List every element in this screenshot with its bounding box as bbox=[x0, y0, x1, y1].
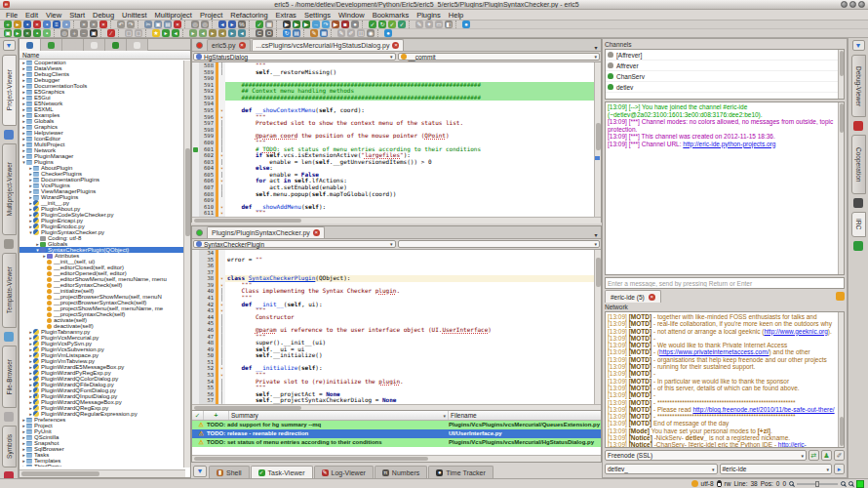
sidebar-tab-symbols[interactable]: Symbols bbox=[2, 426, 17, 468]
code-line[interactable]: 597 Protected slot to show the context m… bbox=[192, 120, 601, 127]
save-copy-icon[interactable]: ▪ bbox=[62, 20, 70, 28]
compare-files-icon[interactable]: ◫ bbox=[357, 29, 365, 37]
sidebar-tab-template-viewer[interactable]: Template-Viewer bbox=[2, 253, 17, 328]
fold-collapse-icon[interactable]: ▾ bbox=[218, 372, 225, 379]
channel-tab[interactable]: #eric-ide (5) × bbox=[605, 290, 661, 303]
emoticon-icon[interactable] bbox=[836, 292, 845, 301]
fold-collapse-icon[interactable]: ▾ bbox=[218, 152, 225, 159]
new-icon[interactable]: + bbox=[4, 20, 12, 28]
filename-column-header[interactable]: Filename bbox=[449, 411, 601, 420]
snapshot2-icon[interactable]: ◉ bbox=[367, 29, 375, 37]
away-button[interactable]: ♟ bbox=[821, 450, 832, 461]
compare-icon[interactable]: ◧ bbox=[445, 20, 453, 28]
editor-tab[interactable]: ...csPlugins/vcsMercurial/HgStatusDialog… bbox=[252, 39, 405, 51]
refresh-icon[interactable]: ↻ bbox=[283, 29, 291, 37]
interfaces-tab[interactable] bbox=[105, 39, 127, 51]
menu-start[interactable]: Start bbox=[65, 11, 89, 20]
menu-help[interactable]: Help bbox=[445, 11, 467, 20]
hyperlink[interactable]: http://www.geeknic.org bbox=[764, 328, 827, 335]
menu-bookmarks[interactable]: Bookmarks bbox=[369, 11, 414, 20]
virtualenv-icon[interactable]: ● bbox=[384, 29, 392, 37]
vertical-scrollbar[interactable] bbox=[183, 61, 190, 468]
vertical-scrollbar[interactable] bbox=[594, 250, 601, 404]
join-channel-button[interactable]: ▸ bbox=[834, 464, 845, 474]
menu-settings[interactable]: Settings bbox=[300, 11, 335, 20]
maximize-button[interactable] bbox=[849, 1, 856, 8]
bookmark-next-icon[interactable]: ▸ bbox=[162, 29, 170, 37]
connect-button[interactable]: ⇄ bbox=[809, 450, 819, 461]
sidebar-tab-cooperation[interactable]: Cooperation bbox=[851, 135, 866, 193]
menu-unittest[interactable]: Unittest bbox=[118, 11, 150, 20]
code-area[interactable]: 3435error = ""363738▾class SyntaxChecker… bbox=[192, 250, 601, 404]
task-row[interactable]: ⚠TODO: add support for hg summary --mqPl… bbox=[192, 421, 601, 429]
code-line[interactable]: 611▾ """ bbox=[192, 210, 601, 217]
open-project-icon[interactable]: ▸ bbox=[14, 29, 21, 37]
tree-item[interactable]: ▸ThirdParty bbox=[20, 464, 190, 467]
scrollbar-thumb[interactable] bbox=[596, 258, 601, 287]
irc-icon[interactable]: ● bbox=[462, 20, 470, 28]
task-toggle-icon[interactable]: ✓ bbox=[256, 20, 263, 28]
edit-network-button[interactable]: ✐ bbox=[834, 450, 845, 461]
unittest-icon[interactable]: ✓ bbox=[369, 20, 376, 28]
calltip-icon[interactable]: C bbox=[256, 29, 263, 37]
save-project-icon[interactable]: ▪ bbox=[33, 29, 41, 37]
code-line[interactable]: 608 self.menu.popup(self.mapToGlobal(coo… bbox=[192, 191, 601, 198]
menu-refactoring[interactable]: Refactoring bbox=[226, 11, 271, 20]
forms-tab[interactable] bbox=[41, 39, 62, 51]
tab-list-button[interactable]: ▾ bbox=[591, 231, 601, 238]
horizontal-scrollbar[interactable] bbox=[192, 455, 601, 462]
tool-tab-log-viewer[interactable]: ✎Log-Viewer bbox=[314, 466, 374, 478]
menu-debug[interactable]: Debug bbox=[89, 11, 118, 20]
scrollbar-thumb[interactable] bbox=[596, 123, 601, 150]
run-script-icon[interactable]: ▶ bbox=[302, 20, 310, 28]
close-all-icon[interactable]: × bbox=[90, 20, 98, 28]
continue-icon[interactable]: ▶ bbox=[332, 20, 339, 28]
unittest-script-icon[interactable]: ✓ bbox=[388, 20, 396, 28]
fold-collapse-icon[interactable]: ▾ bbox=[218, 114, 225, 121]
method-next-icon[interactable]: ▸ bbox=[189, 29, 197, 37]
editor-tab[interactable]: Plugins/PluginSyntaxChecker.py× bbox=[207, 226, 325, 238]
cut-icon[interactable]: ✂ bbox=[144, 20, 152, 28]
icon-editor-icon[interactable]: ✐ bbox=[347, 29, 355, 37]
search-next-icon[interactable]: ◎ bbox=[201, 20, 209, 28]
code-line[interactable]: 57 self.__projectSyntaxCheckerDialog = N… bbox=[192, 397, 601, 404]
wizard-icon[interactable]: ✦ bbox=[425, 20, 433, 28]
close-icon[interactable]: × bbox=[649, 294, 655, 301]
debug-project-icon[interactable]: ▶ bbox=[293, 20, 300, 28]
sidebar-tab-multiproject-viewer[interactable]: Multiproject-Viewer bbox=[2, 143, 17, 235]
new-project-icon[interactable]: ▣ bbox=[4, 29, 12, 37]
code-line[interactable]: 589 self.__restoreMissing() bbox=[192, 69, 601, 76]
member-combo[interactable]: __commit▾ bbox=[398, 53, 601, 61]
complete-icon[interactable]: O bbox=[265, 29, 273, 37]
eraser-icon[interactable]: ▭ bbox=[435, 20, 443, 28]
menu-multiproject[interactable]: Multiproject bbox=[151, 11, 196, 20]
save-project-as-icon[interactable]: ▪ bbox=[43, 29, 51, 37]
hyperlink[interactable]: https://www.privateinternetaccess.com/ bbox=[659, 348, 769, 355]
sidebar-tab-debug-viewer[interactable]: Debug-Viewer bbox=[851, 55, 866, 117]
code-line[interactable]: 50 self.__initialize() bbox=[192, 352, 601, 359]
code-line[interactable]: 36 bbox=[192, 263, 601, 269]
sidebar-tab-project-viewer[interactable]: Project-Viewer bbox=[2, 55, 17, 126]
method-prev-icon[interactable]: ◂ bbox=[199, 29, 207, 37]
tool-tab-shell[interactable]: ▮Shell bbox=[209, 466, 250, 478]
member-combo[interactable]: ▾ bbox=[398, 240, 601, 248]
tool-tab-numbers[interactable]: πNumbers bbox=[375, 466, 427, 478]
step-over-icon[interactable]: ↷ bbox=[322, 20, 330, 28]
message-input[interactable] bbox=[605, 277, 845, 289]
sidebar-tab-irc[interactable]: IRC bbox=[851, 212, 866, 238]
task-row[interactable]: ⚠TODO: release - reenable redirectionUI/… bbox=[192, 429, 601, 438]
minimize-button[interactable] bbox=[841, 1, 848, 8]
close-button[interactable] bbox=[858, 1, 865, 8]
menu-plugins[interactable]: Plugins bbox=[413, 11, 445, 20]
zoom-out-icon[interactable] bbox=[789, 481, 794, 486]
change-prev-icon[interactable]: ◂ bbox=[238, 29, 246, 37]
filter-funnel-icon[interactable]: ▼ bbox=[852, 40, 865, 51]
open-icon[interactable]: ▸ bbox=[14, 20, 21, 28]
stop-icon[interactable]: ■ bbox=[341, 20, 349, 28]
fold-collapse-icon[interactable]: ▾ bbox=[218, 307, 225, 314]
code-line[interactable]: 593 ####################################… bbox=[192, 95, 601, 102]
close-project-icon[interactable]: × bbox=[23, 29, 31, 37]
sidebar-tab-file-browser[interactable]: File-Browser bbox=[2, 346, 17, 408]
bookmark-icon[interactable]: ★ bbox=[152, 29, 160, 37]
menu-edit[interactable]: Edit bbox=[21, 11, 42, 20]
